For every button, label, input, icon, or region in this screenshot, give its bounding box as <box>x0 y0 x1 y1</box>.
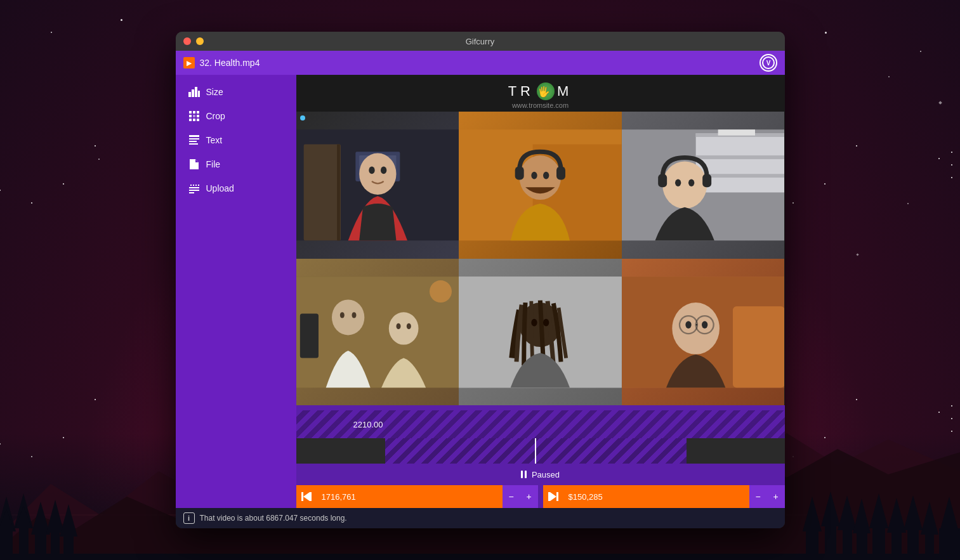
svg-rect-55 <box>198 185 199 186</box>
header-file-info: ▶ 32. Health.mp4 <box>183 57 260 68</box>
bar-chart-icon <box>188 86 200 98</box>
window-controls <box>183 37 204 45</box>
crop-icon <box>188 110 200 122</box>
svg-rect-40 <box>189 115 192 117</box>
end-time-plus[interactable]: + <box>767 485 785 508</box>
scrubber-area[interactable] <box>296 438 785 464</box>
svg-rect-108 <box>733 306 785 387</box>
svg-rect-44 <box>193 119 195 121</box>
sidebar-text-label: Text <box>206 135 223 145</box>
playback-status: Paused <box>532 470 560 479</box>
video-cell-4 <box>296 259 459 406</box>
svg-marker-13 <box>60 504 77 537</box>
video-cell-3 <box>622 112 785 259</box>
svg-point-89 <box>339 312 344 318</box>
svg-marker-7 <box>15 506 32 528</box>
svg-marker-15 <box>803 497 822 531</box>
svg-rect-53 <box>193 185 194 186</box>
svg-point-84 <box>688 179 694 186</box>
svg-rect-24 <box>891 530 902 560</box>
svg-rect-38 <box>198 91 200 97</box>
pause-icon <box>521 471 527 478</box>
svg-point-93 <box>406 323 411 329</box>
svg-marker-29 <box>921 502 938 535</box>
svg-rect-2 <box>0 528 13 560</box>
svg-marker-6 <box>14 493 33 528</box>
scrubber-right-zone <box>687 438 785 464</box>
svg-marker-21 <box>853 498 871 533</box>
end-time-value: $150,285 <box>563 492 749 502</box>
end-time-control: $150,285 − + <box>543 485 785 508</box>
svg-rect-54 <box>195 185 197 186</box>
svg-point-88 <box>331 299 364 335</box>
svg-marker-113 <box>550 492 556 501</box>
start-time-plus[interactable]: + <box>520 485 538 508</box>
video-cell-2 <box>459 112 622 259</box>
svg-marker-11 <box>46 500 64 533</box>
sidebar-item-crop[interactable]: Crop <box>176 104 296 128</box>
svg-text:V: V <box>766 60 770 67</box>
app-window: Gifcurry ▶ 32. Health.mp4 V <box>176 32 785 528</box>
svg-rect-49 <box>189 138 199 140</box>
svg-marker-9 <box>31 502 50 535</box>
close-button[interactable] <box>183 37 191 45</box>
text-icon <box>188 134 200 146</box>
video-area: TR 🖐 M www.tromsite.com <box>296 75 785 508</box>
svg-rect-32 <box>0 554 960 560</box>
svg-point-107 <box>702 321 707 329</box>
svg-point-106 <box>685 321 691 329</box>
svg-rect-12 <box>63 533 74 560</box>
header-bar: ▶ 32. Health.mp4 V <box>176 51 785 75</box>
svg-rect-112 <box>556 492 558 501</box>
end-time-minus[interactable]: − <box>749 485 767 508</box>
svg-point-73 <box>543 172 549 179</box>
svg-rect-45 <box>197 111 199 114</box>
video-grid <box>296 112 785 405</box>
app-title: Gifcurry <box>466 37 495 46</box>
svg-rect-43 <box>193 115 195 117</box>
trom-logo: TR 🖐 M <box>508 82 573 100</box>
svg-rect-52 <box>190 185 192 186</box>
svg-rect-36 <box>192 89 194 97</box>
svg-rect-5 <box>19 525 29 560</box>
file-icon <box>188 159 200 170</box>
svg-rect-28 <box>925 531 934 560</box>
sidebar-item-size[interactable]: Size <box>176 80 296 104</box>
info-icon: i <box>183 512 195 524</box>
svg-rect-26 <box>907 527 919 560</box>
svg-marker-19 <box>838 495 857 530</box>
svg-rect-41 <box>189 119 192 121</box>
svg-marker-3 <box>0 497 16 531</box>
sidebar-size-label: Size <box>206 87 223 97</box>
timeline-area: 2210.00 Paused <box>296 405 785 508</box>
svg-point-72 <box>531 172 537 179</box>
svg-rect-56 <box>189 187 199 188</box>
video-cell-1 <box>296 112 459 259</box>
svg-marker-25 <box>887 498 906 533</box>
trom-url: www.tromsite.com <box>512 101 569 109</box>
svg-rect-35 <box>188 92 191 97</box>
sidebar-item-upload[interactable]: Upload <box>176 176 296 200</box>
start-time-minus[interactable]: − <box>503 485 520 508</box>
svg-marker-4 <box>0 509 15 531</box>
sidebar-item-file[interactable]: File <box>176 152 296 176</box>
file-type-icon: ▶ <box>183 57 195 68</box>
video-cell-6 <box>622 259 785 406</box>
svg-point-65 <box>369 167 374 174</box>
svg-rect-70 <box>515 167 524 180</box>
timeline-track[interactable]: 2210.00 <box>296 410 785 438</box>
svg-rect-77 <box>695 155 784 159</box>
scrubber-center-zone[interactable] <box>385 438 687 464</box>
svg-point-66 <box>380 167 386 174</box>
svg-rect-20 <box>857 530 867 560</box>
svg-rect-58 <box>189 192 194 193</box>
sidebar-item-text[interactable]: Text <box>176 128 296 152</box>
svg-rect-81 <box>658 174 667 187</box>
svg-rect-79 <box>718 129 754 135</box>
minimize-button[interactable] <box>196 37 204 45</box>
start-time-value: 1716,761 <box>317 492 503 502</box>
sidebar-crop-label: Crop <box>206 111 225 121</box>
svg-rect-10 <box>51 530 60 560</box>
file-name: 32. Health.mp4 <box>200 58 260 68</box>
svg-rect-22 <box>872 525 885 560</box>
